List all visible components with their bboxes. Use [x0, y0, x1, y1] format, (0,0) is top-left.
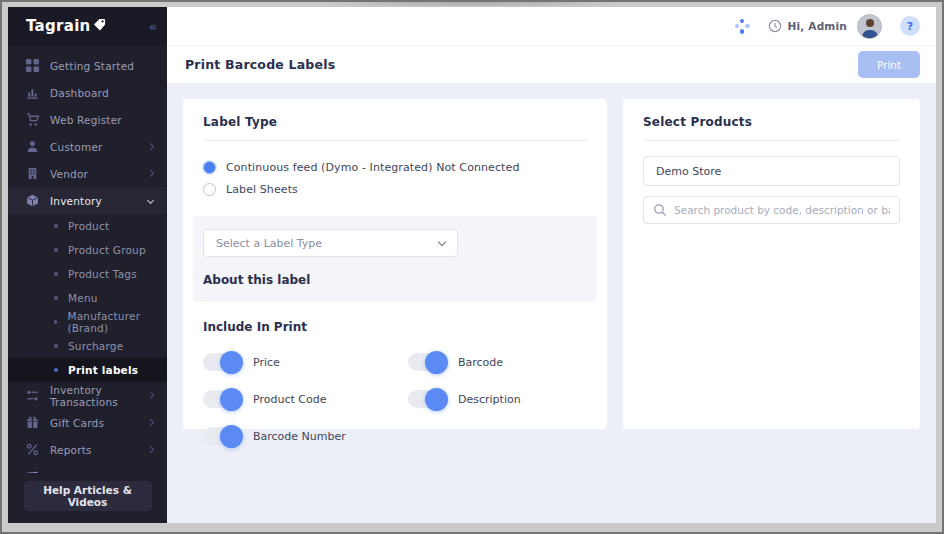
sidebar-item-customer[interactable]: Customer	[8, 133, 167, 160]
search-icon	[653, 203, 667, 217]
top-bar: Hi, Admin ?	[167, 7, 936, 45]
chevron-down-icon	[147, 197, 154, 204]
avatar[interactable]	[857, 14, 882, 39]
radio-label: Label Sheets	[226, 183, 298, 196]
chart-icon	[26, 86, 39, 99]
chevron-right-icon	[147, 170, 154, 177]
sidebar-nav: Getting Started Dashboard Web Register C…	[8, 45, 167, 473]
toggle-switch[interactable]	[203, 427, 241, 445]
toggle-label: Barcode Number	[253, 430, 346, 443]
transactions-icon	[26, 389, 39, 402]
logo-bar: Tagrain «	[8, 7, 167, 45]
sidebar-item-setup[interactable]: Setup	[8, 463, 167, 473]
radio-continuous-feed[interactable]: Continuous feed (Dymo - Integrated) Not …	[203, 156, 587, 178]
sidebar-subitem-label: Print labels	[68, 364, 138, 376]
gift-icon	[26, 416, 39, 429]
grid-icon	[26, 59, 39, 72]
bullet-icon	[54, 296, 58, 300]
sliders-icon	[26, 470, 39, 473]
help-articles-button[interactable]: Help Articles & Videos	[24, 481, 152, 511]
chevron-down-icon	[438, 237, 446, 245]
window-frame: Tagrain « Getting Started Dashboard Web …	[0, 0, 944, 534]
toggle-barcode[interactable]: Barcode	[408, 351, 587, 373]
toggle-switch[interactable]	[408, 353, 446, 371]
sidebar-collapse-icon[interactable]: «	[149, 19, 155, 34]
store-select-value: Demo Store	[656, 165, 721, 178]
sidebar-item-inventory[interactable]: Inventory	[8, 187, 167, 214]
toggle-label: Price	[253, 356, 280, 369]
sidebar-item-label: Setup	[50, 471, 82, 474]
radio-label: Continuous feed (Dymo - Integrated) Not …	[226, 161, 519, 174]
sidebar-subitem-manufacturer-brand[interactable]: Manufacturer (Brand)	[8, 310, 167, 334]
toggle-label: Description	[458, 393, 521, 406]
bullet-icon	[54, 344, 58, 348]
label-type-heading: Label Type	[203, 115, 587, 141]
include-in-print-heading: Include In Print	[203, 320, 587, 334]
sidebar-item-label: Web Register	[50, 114, 122, 126]
sidebar-item-label: Gift Cards	[50, 417, 104, 429]
sidebar-subitem-product[interactable]: Product	[8, 214, 167, 238]
bullet-icon	[54, 320, 57, 324]
sidebar-item-label: Customer	[50, 141, 103, 153]
sidebar: Tagrain « Getting Started Dashboard Web …	[8, 7, 167, 523]
sidebar-item-inventory-transactions[interactable]: Inventory Transactions	[8, 382, 167, 409]
sidebar-item-label: Inventory	[50, 195, 102, 207]
percent-icon	[26, 443, 39, 456]
app-logo[interactable]: Tagrain	[26, 17, 106, 35]
sidebar-item-label: Reports	[50, 444, 92, 456]
chevron-right-icon	[147, 419, 154, 426]
sidebar-item-reports[interactable]: Reports	[8, 436, 167, 463]
sidebar-subitem-product-group[interactable]: Product Group	[8, 238, 167, 262]
app-window: Tagrain « Getting Started Dashboard Web …	[8, 7, 936, 523]
main-area: Hi, Admin ? Print Barcode Labels Print L…	[167, 7, 936, 523]
sidebar-subitem-surcharge[interactable]: Surcharge	[8, 334, 167, 358]
sidebar-subitem-menu[interactable]: Menu	[8, 286, 167, 310]
sidebar-item-web-register[interactable]: Web Register	[8, 106, 167, 133]
sidebar-item-vendor[interactable]: Vendor	[8, 160, 167, 187]
page-header: Print Barcode Labels Print	[167, 45, 936, 83]
toggle-switch[interactable]	[203, 353, 241, 371]
sidebar-item-label: Inventory Transactions	[50, 384, 149, 408]
radio-selected-icon[interactable]	[203, 161, 216, 174]
product-search	[643, 196, 900, 224]
sidebar-subitem-label: Manufacturer (Brand)	[67, 310, 167, 334]
sidebar-item-gift-cards[interactable]: Gift Cards	[8, 409, 167, 436]
sidebar-item-getting-started[interactable]: Getting Started	[8, 52, 167, 79]
select-placeholder: Select a Label Type	[216, 237, 322, 250]
sidebar-item-label: Dashboard	[50, 87, 109, 99]
bullet-icon	[54, 224, 58, 228]
print-button[interactable]: Print	[858, 51, 920, 78]
sidebar-item-dashboard[interactable]: Dashboard	[8, 79, 167, 106]
toggle-product-code[interactable]: Product Code	[203, 388, 408, 410]
toggle-switch[interactable]	[203, 390, 241, 408]
include-in-print-toggles: Price Barcode Product Code Description	[203, 351, 587, 447]
user-menu[interactable]: Hi, Admin	[768, 14, 883, 39]
bullet-icon	[54, 368, 58, 372]
sidebar-subitem-label: Product	[68, 220, 109, 232]
toggle-switch[interactable]	[408, 390, 446, 408]
cube-icon	[26, 194, 39, 207]
toggle-barcode-number[interactable]: Barcode Number	[203, 425, 408, 447]
building-icon	[26, 167, 39, 180]
toggle-label: Product Code	[253, 393, 326, 406]
sidebar-subitem-print-labels[interactable]: Print labels	[8, 358, 167, 382]
toggle-price[interactable]: Price	[203, 351, 408, 373]
toggle-description[interactable]: Description	[408, 388, 587, 410]
sidebar-item-label: Vendor	[50, 168, 88, 180]
sidebar-subitem-label: Product Group	[68, 244, 146, 256]
greeting-text: Hi, Admin	[788, 20, 848, 32]
radio-label-sheets[interactable]: Label Sheets	[203, 178, 587, 200]
label-select-section: Select a Label Type About this label	[193, 216, 597, 302]
apps-dots-icon[interactable]	[735, 19, 750, 34]
label-type-radios: Continuous feed (Dymo - Integrated) Not …	[203, 156, 587, 200]
select-products-card: Select Products Demo Store	[623, 99, 920, 429]
radio-unselected-icon[interactable]	[203, 183, 216, 196]
sidebar-item-label: Getting Started	[50, 60, 134, 72]
clock-icon	[768, 19, 782, 33]
store-select[interactable]: Demo Store	[643, 156, 900, 186]
search-input[interactable]	[674, 204, 890, 216]
label-type-select[interactable]: Select a Label Type	[203, 229, 458, 257]
bullet-icon	[54, 248, 58, 252]
sidebar-subitem-product-tags[interactable]: Product Tags	[8, 262, 167, 286]
help-icon[interactable]: ?	[900, 16, 920, 36]
